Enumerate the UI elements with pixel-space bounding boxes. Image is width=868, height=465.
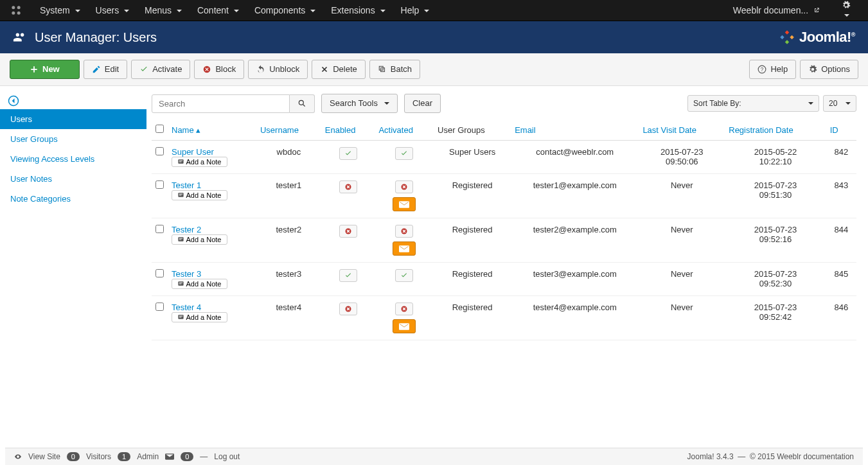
send-activation-mail[interactable] <box>393 241 416 256</box>
user-name-link[interactable]: Tester 4 <box>172 303 201 312</box>
col-registration[interactable]: Registration Date <box>725 119 826 141</box>
svg-rect-27 <box>179 283 183 283</box>
username-cell: tester4 <box>256 296 321 340</box>
id-cell: 844 <box>826 218 856 263</box>
enabled-toggle[interactable] <box>339 303 357 315</box>
sidebar-item-user-notes[interactable]: User Notes <box>0 169 146 189</box>
edit-button[interactable]: Edit <box>84 60 127 79</box>
add-note-button[interactable]: Add a Note <box>172 190 227 200</box>
username-cell: tester1 <box>256 174 321 218</box>
email-cell: tester1@example.com <box>511 174 639 218</box>
search-button[interactable] <box>290 94 315 113</box>
col-email[interactable]: Email <box>511 119 639 141</box>
id-cell: 845 <box>826 263 856 296</box>
send-activation-mail[interactable] <box>393 319 416 333</box>
top-menu-system[interactable]: System <box>32 0 88 21</box>
sidebar-item-note-categories[interactable]: Note Categories <box>0 189 146 209</box>
svg-point-0 <box>12 6 15 9</box>
arrow-left-circle-icon <box>8 95 19 107</box>
row-checkbox[interactable] <box>155 225 164 233</box>
sidebar-item-user-groups[interactable]: User Groups <box>0 129 146 149</box>
unblock-button[interactable]: Unblock <box>248 60 308 79</box>
add-note-button[interactable]: Add a Note <box>172 279 227 289</box>
user-name-link[interactable]: Tester 3 <box>172 269 201 279</box>
row-checkbox[interactable] <box>155 147 164 155</box>
row-checkbox[interactable] <box>155 303 164 311</box>
block-button[interactable]: Block <box>194 60 244 79</box>
add-note-button[interactable]: Add a Note <box>172 234 227 245</box>
add-note-button[interactable]: Add a Note <box>172 157 227 167</box>
groups-cell: Registered <box>434 296 511 340</box>
col-lastvisit[interactable]: Last Visit Date <box>639 119 725 141</box>
col-activated[interactable]: Activated <box>375 119 434 141</box>
svg-rect-12 <box>179 161 183 161</box>
sidebar-item-users[interactable]: Users <box>0 109 146 129</box>
user-name-link[interactable]: Tester 1 <box>172 180 201 190</box>
site-frontend-link[interactable]: Weeblr documen... <box>725 0 828 21</box>
gear-icon <box>808 65 817 74</box>
x-icon <box>320 65 329 74</box>
top-menu-content[interactable]: Content <box>190 0 247 21</box>
svg-point-10 <box>299 100 303 105</box>
username-cell: wbdoc <box>256 141 321 174</box>
top-settings-menu[interactable] <box>834 0 858 25</box>
sort-select[interactable]: Sort Table By: <box>687 95 819 112</box>
col-name[interactable]: Name ▴ <box>168 119 256 141</box>
svg-rect-25 <box>399 245 409 252</box>
registration-cell: 2015-07-2309:52:42 <box>725 296 826 340</box>
search-input[interactable] <box>152 94 290 113</box>
sidebar-collapse[interactable] <box>0 92 146 109</box>
col-username[interactable]: Username <box>256 119 321 141</box>
pencil-icon <box>92 65 101 74</box>
batch-icon <box>378 65 387 74</box>
lastvisit-cell: Never <box>639 263 725 296</box>
activated-toggle[interactable] <box>395 225 413 238</box>
external-link-icon <box>813 7 820 13</box>
limit-select[interactable]: 20 <box>823 95 856 112</box>
new-button[interactable]: New <box>10 60 80 79</box>
check-all[interactable] <box>155 125 164 133</box>
delete-button[interactable]: Delete <box>312 60 366 79</box>
groups-cell: Registered <box>434 218 511 263</box>
search-tools-button[interactable]: Search Tools <box>321 94 398 113</box>
col-id[interactable]: ID <box>826 119 856 141</box>
svg-text:?: ? <box>761 67 764 73</box>
help-button[interactable]: ? Help <box>749 60 796 79</box>
activated-toggle[interactable] <box>395 147 413 160</box>
activated-toggle[interactable] <box>395 303 413 315</box>
activated-toggle[interactable] <box>395 180 413 193</box>
sidebar-item-viewing-access-levels[interactable]: Viewing Access Levels <box>0 149 146 169</box>
send-activation-mail[interactable] <box>393 197 416 211</box>
add-note-button[interactable]: Add a Note <box>172 312 227 322</box>
svg-point-2 <box>12 12 15 15</box>
enabled-toggle[interactable] <box>339 180 357 193</box>
top-menu: System Users Menus Content Components Ex… <box>32 0 725 21</box>
clear-button[interactable]: Clear <box>404 94 441 113</box>
top-menu-users[interactable]: Users <box>88 0 137 21</box>
top-menu-help[interactable]: Help <box>393 0 438 21</box>
batch-button[interactable]: Batch <box>369 60 420 79</box>
email-cell: tester2@example.com <box>511 218 639 263</box>
id-cell: 846 <box>826 296 856 340</box>
user-name-link[interactable]: Tester 2 <box>172 225 201 234</box>
enabled-toggle[interactable] <box>339 147 357 160</box>
activated-toggle[interactable] <box>395 269 413 282</box>
top-menu-components[interactable]: Components <box>247 0 323 21</box>
activate-button[interactable]: Activate <box>131 60 190 79</box>
options-button[interactable]: Options <box>800 60 858 79</box>
gear-icon <box>842 1 851 10</box>
filter-bar: Search Tools Clear Sort Table By: 20 <box>152 94 856 113</box>
row-checkbox[interactable] <box>155 180 164 189</box>
enabled-toggle[interactable] <box>339 269 357 282</box>
top-menu-extensions[interactable]: Extensions <box>323 0 393 21</box>
svg-rect-16 <box>179 195 182 196</box>
enabled-toggle[interactable] <box>339 225 357 238</box>
email-cell: tester4@example.com <box>511 296 639 340</box>
top-menu-menus[interactable]: Menus <box>137 0 190 21</box>
user-name-link[interactable]: Super User <box>172 147 214 157</box>
col-enabled[interactable]: Enabled <box>321 119 375 141</box>
svg-rect-22 <box>179 240 182 240</box>
registration-cell: 2015-07-2309:51:30 <box>725 174 826 218</box>
admin-top-menubar: System Users Menus Content Components Ex… <box>0 0 868 21</box>
row-checkbox[interactable] <box>155 269 164 277</box>
